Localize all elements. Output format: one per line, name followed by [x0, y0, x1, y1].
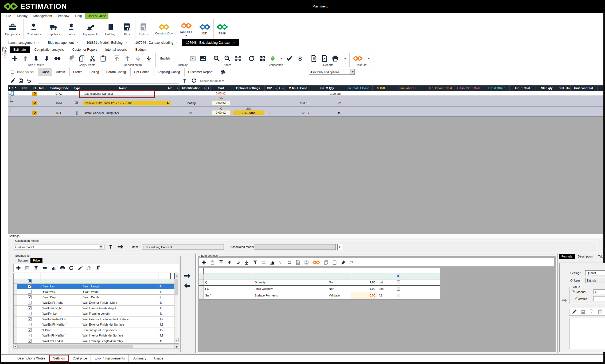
favourite-cell[interactable]: ✓ [17, 311, 41, 316]
favourite-cell[interactable] [17, 289, 41, 295]
favourite-cell[interactable]: ✓ [17, 295, 41, 300]
column-header--18[interactable]: + [278, 85, 281, 91]
option-tab-customer-report[interactable]: Customer Report [185, 68, 216, 76]
favourites-filter-cell[interactable] [17, 279, 41, 283]
favourite-checkbox[interactable]: ✓ [28, 339, 32, 343]
column-header-m-fin-u-cost-20[interactable]: M fin. U Cost [285, 85, 311, 91]
column-header-stat-qty-30[interactable]: Stat. qty [536, 85, 558, 91]
row-gutter[interactable] [14, 333, 17, 338]
image-display-icon[interactable] [200, 55, 206, 62]
filter-settings-icon[interactable] [33, 265, 39, 271]
favourite-cell[interactable]: ✓ [17, 322, 41, 327]
vscroll-thumb[interactable] [175, 279, 178, 295]
full-screen-icon[interactable] [235, 55, 241, 62]
group-dropdown-caret-icon[interactable] [344, 58, 346, 59]
formula-fx-icon[interactable]: f# [278, 260, 283, 265]
settings-row-beamwid[interactable]: BeamWidBeam Widthin [14, 289, 179, 295]
estimate-row-0[interactable]: −O07A2Ext. cladding Canexel0.00 ft21.00 … [8, 91, 603, 96]
menu-item-help[interactable]: Help [73, 13, 84, 19]
language-dropdown[interactable]: English [159, 56, 196, 61]
bottom-tab-error-improvements[interactable]: Error / Improvements [91, 355, 129, 362]
favourite-cell[interactable]: ✓ [17, 300, 41, 306]
favourite-checkbox[interactable]: ✓ [28, 306, 32, 310]
filter-cell[interactable] [327, 274, 351, 279]
column-header-identification-11[interactable]: Identification [180, 85, 203, 91]
settings-list-column-favourites[interactable]: Favourites [17, 273, 41, 279]
settings-row-wallfrmlen[interactable]: ✓WallFrmLenWall Framing Lengthft [14, 311, 179, 317]
document-tab-107944-canexel-cladding[interactable]: 107944 : Canexel cladding× [131, 39, 182, 46]
constant-checkbox[interactable] [397, 294, 400, 297]
app-button-customers[interactable]: Customers [24, 19, 44, 39]
item-value-input[interactable] [142, 244, 224, 250]
column-header--10[interactable]: + [176, 85, 180, 91]
param-chart-icon[interactable] [270, 260, 275, 265]
option-tab-selling[interactable]: Selling [86, 68, 103, 76]
column-header-diff-23[interactable]: % Diff. [373, 85, 390, 91]
item-setting-row-surf[interactable]: SurfSurface For ItemsValidatio0.00ft2 [199, 292, 440, 299]
row-gutter[interactable] [199, 279, 204, 285]
undo-icon[interactable] [26, 78, 32, 83]
column-header--12[interactable]: + [203, 85, 207, 91]
setting-value-input[interactable] [585, 270, 605, 275]
constant-checkbox[interactable] [397, 287, 400, 291]
transfer-right-arrow-icon[interactable] [183, 272, 191, 280]
row-gutter[interactable] [14, 316, 17, 322]
transfer-left-arrow-icon[interactable] [183, 282, 191, 290]
filter-params-icon[interactable] [253, 260, 258, 265]
favourite-cell[interactable]: ✓ [17, 333, 41, 338]
param-down-icon[interactable] [236, 260, 241, 265]
settings-row-beamlen[interactable]: ✓BeamLenBeam Lengthft [14, 284, 179, 289]
row-gutter[interactable] [14, 322, 17, 327]
param-constant-cell[interactable] [390, 286, 405, 292]
calculation-grid-icon[interactable]: -=+x [259, 55, 266, 62]
search-input[interactable] [199, 78, 601, 84]
column-header-fin-sc-t-cost-27[interactable]: Fin. SC T Cost [459, 85, 482, 91]
document-tab-bids-management[interactable]: Bids management× [44, 39, 82, 46]
filter-cell[interactable] [377, 274, 390, 279]
save-icon[interactable] [18, 78, 24, 83]
copy-icon[interactable] [78, 55, 85, 62]
column-header--19[interactable]: + [281, 85, 285, 91]
settings-list-tab-prive[interactable]: Prive [30, 258, 42, 263]
item-setting-row-fq[interactable]: FQFinal QuantityNon1.00unit [199, 286, 440, 292]
app-button-orders[interactable]: $Orders [135, 19, 152, 39]
surf-value[interactable]: 0.00 ft2 [212, 101, 230, 105]
name-filter-cell[interactable] [81, 279, 158, 283]
favourite-cell[interactable]: ✓ [17, 338, 41, 344]
option-special-checkbox[interactable] [11, 70, 14, 74]
report-document-icon[interactable] [310, 55, 317, 62]
settings-row-wallfrmlenass[interactable]: ✓WallFrmLenAssWall Framing Length Assemb… [14, 338, 179, 344]
menu-item-management[interactable]: Management [31, 13, 54, 19]
bottom-tab-descriptions-notes[interactable]: Descriptions /Notes [14, 355, 49, 362]
item-settings-column-option[interactable]: Option [327, 268, 351, 274]
column-header-o-4[interactable]: O [32, 85, 37, 91]
of-item-value-input[interactable] [585, 278, 605, 283]
settings-row-wallextfinhght[interactable]: ✓WallExtFinHghtWall Exterior Finish Heig… [14, 300, 179, 306]
apply-model-arrow-icon[interactable] [117, 243, 124, 250]
view-tab-budget[interactable]: Budget [132, 46, 149, 53]
row-gutter[interactable] [14, 306, 17, 311]
column-header--26[interactable]: + [456, 85, 459, 91]
refresh-search-icon[interactable] [191, 78, 197, 83]
app-button-suppliers[interactable]: Suppliers [44, 19, 63, 39]
item-name-highlight[interactable]: Canexel UltraPlank 12" x 12' x 7/16" [83, 101, 171, 105]
move-down-icon[interactable] [135, 55, 142, 62]
item-settings-column-code[interactable]: Code [204, 268, 253, 274]
insert-above-icon[interactable] [22, 55, 29, 62]
status-light-icon[interactable] [270, 55, 276, 62]
formula-panel-tab-formula[interactable]: Formula [559, 254, 575, 259]
import-setting-icon[interactable]: + [95, 265, 100, 271]
edit-pencil-icon[interactable] [10, 78, 16, 84]
delete-line-icon[interactable] [33, 55, 40, 62]
column-header-incl-5[interactable]: Incl. [37, 85, 47, 91]
move-up-icon[interactable] [124, 55, 131, 62]
item-settings-column-constant[interactable]: Constant [390, 268, 405, 274]
column-header-alt-9[interactable]: Alt. [164, 85, 176, 91]
item-settings-column-unit[interactable]: Unit [377, 268, 390, 274]
favourite-cell[interactable]: ✓ [17, 327, 41, 333]
bottom-tab-settings[interactable]: Settings [49, 355, 69, 362]
grid-settings-gear-icon[interactable] [220, 69, 226, 75]
column-header-optional-settings-15[interactable]: Optional settings [232, 85, 265, 91]
param-doc-icon[interactable] [295, 260, 300, 265]
close-tab-icon[interactable]: × [76, 41, 79, 45]
